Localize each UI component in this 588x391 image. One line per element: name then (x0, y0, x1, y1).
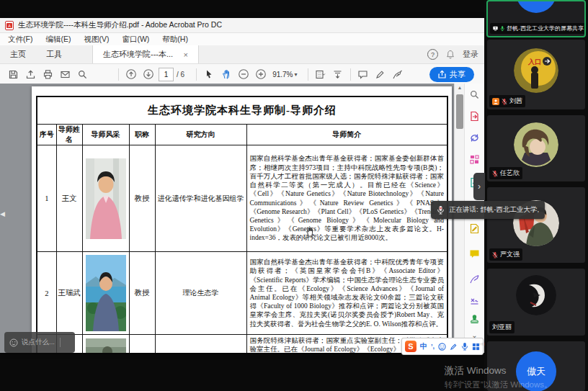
save-button[interactable] (4, 66, 22, 82)
export-pdf-tool[interactable] (468, 109, 481, 122)
next-page-button[interactable] (140, 66, 157, 82)
email-button[interactable] (56, 66, 74, 82)
envelope-icon (60, 69, 71, 80)
cell-rank: 教授 (129, 252, 155, 335)
login-button[interactable]: 登录 (463, 49, 478, 60)
participant-tile[interactable]: 严文强 (487, 187, 585, 263)
page-number-input[interactable]: 1 (159, 68, 174, 81)
ime-punctuation-toggle[interactable]: ’, (431, 343, 435, 350)
create-pdf-tool[interactable] (468, 131, 481, 144)
table-row: 1 王文 (37, 145, 447, 252)
participant-label: 刘茜 (489, 95, 525, 107)
ime-language-toggle[interactable]: 中 (420, 341, 427, 351)
table-title: 生态环境学院本科生导师制-导师介绍 (37, 96, 447, 125)
emoji-icon[interactable] (9, 338, 18, 347)
scrollbar-thumb[interactable] (456, 94, 463, 129)
tab-home[interactable]: 主页 (0, 45, 36, 63)
draw-tool[interactable] (468, 272, 481, 285)
ime-handwriting-button[interactable] (450, 343, 458, 351)
chat-quick-input[interactable]: 说点什么... (4, 332, 75, 353)
previous-page-button[interactable] (122, 66, 140, 82)
menu-edit[interactable]: 编辑(E) (39, 35, 77, 45)
scrolling-mode-button[interactable] (329, 66, 347, 82)
participant-label: 舒帆-西北工业大学的屏幕共享 (490, 23, 586, 34)
toolbar-separator (196, 68, 197, 81)
avatar (514, 122, 558, 167)
export-pdf-icon (469, 111, 480, 122)
zoom-out-button[interactable] (235, 66, 252, 82)
scrolling-mode-icon (332, 69, 343, 80)
ime-emoji-button[interactable] (438, 343, 446, 351)
nav-pane-collapse-icon[interactable]: ◀ (0, 210, 5, 217)
help-icon[interactable]: ? (427, 49, 438, 60)
fountain-pen-icon (392, 69, 404, 80)
menu-view[interactable]: 视图(V) (77, 35, 115, 45)
comment-tool[interactable] (468, 248, 481, 261)
zoom-level-select[interactable]: 91.7% (272, 71, 293, 78)
tab-document[interactable]: 生态环境学院---本... × (92, 45, 199, 63)
page-total-label: / 6 (177, 71, 184, 78)
stamp-tool[interactable] (468, 313, 481, 325)
participant-tile[interactable]: 任艺欣 (487, 115, 585, 181)
zoom-in-button[interactable] (252, 66, 270, 82)
cell-photo (82, 335, 129, 354)
fill-sign-tool[interactable] (468, 222, 481, 235)
scroll-up-icon[interactable]: ▲ (455, 85, 465, 90)
host-badge-icon (492, 98, 499, 105)
page-display-icon (315, 69, 326, 80)
svg-text:入口: 入口 (527, 58, 541, 66)
participant-tile[interactable]: 刘亚丽 (487, 269, 585, 336)
mentor-table: 生态环境学院本科生导师制-导师介绍 序号 导师姓名 导师风采 职称 研究方向 导… (36, 96, 448, 353)
sogou-logo-icon[interactable]: S (405, 341, 416, 352)
select-tool-button[interactable] (200, 66, 218, 82)
search-tool-button[interactable] (468, 88, 481, 101)
bell-icon[interactable] (446, 50, 455, 59)
page-display-button[interactable] (312, 66, 329, 82)
sign-tool-button[interactable] (389, 66, 406, 82)
cell-no: 2 (37, 252, 56, 335)
share-icon (438, 70, 446, 78)
pencil-tool-button[interactable] (372, 66, 389, 82)
ime-collapse-arrow-icon[interactable]: ⇥ (478, 340, 484, 348)
toolbar-separator (350, 68, 351, 81)
speaking-toast: 正在讲话: 舒帆-西北工业大学, (431, 201, 545, 219)
tab-tools[interactable]: 工具 (36, 45, 72, 63)
speaking-toast-text: 正在讲话: 舒帆-西北工业大学, (449, 205, 539, 215)
print-button[interactable] (39, 66, 56, 82)
upload-share-button[interactable] (22, 66, 39, 82)
menu-help[interactable]: 帮助(H) (156, 35, 195, 45)
share-button[interactable]: 共享 (429, 67, 474, 82)
page-down-icon (143, 68, 154, 80)
mentor-photo (86, 338, 126, 353)
participant-tile-sharing[interactable]: 舒帆 舒帆-西北工业大学的屏幕共享 (486, 0, 586, 37)
page-up-icon (125, 68, 137, 80)
find-button[interactable] (74, 66, 91, 82)
hand-tool-button[interactable] (218, 66, 235, 82)
edit-pdf-tool[interactable] (468, 153, 481, 166)
request-signature-tool[interactable] (468, 294, 481, 307)
ime-toolbar: S 中 ’, (401, 338, 484, 355)
cell-rank (129, 335, 155, 354)
participants-panel: 舒帆 舒帆-西北工业大学的屏幕共享 入口 (484, 0, 588, 391)
search-icon (77, 69, 88, 80)
video-panel-collapse-handle[interactable]: › (473, 173, 485, 200)
header-rank: 职称 (129, 125, 155, 145)
mic-muted-icon (492, 170, 498, 177)
comment-tool-button[interactable] (355, 66, 372, 82)
participant-tile[interactable]: 入口 刘茜 (487, 40, 585, 109)
participant-name: 严文强 (500, 250, 520, 259)
window-title: 生态环境学院----本科生导师介绍.pdf - Adobe Acrobat Pr… (18, 20, 222, 30)
printer-icon (43, 69, 53, 80)
pdf-page[interactable]: 生态环境学院本科生导师制-导师介绍 序号 导师姓名 导师风采 职称 研究方向 导… (32, 86, 452, 353)
tab-close-icon[interactable]: × (184, 50, 188, 59)
save-icon (8, 69, 19, 80)
zoom-caret-icon[interactable]: ▾ (294, 71, 297, 78)
pencil-icon (375, 69, 386, 80)
ime-voice-button[interactable] (461, 342, 468, 351)
menu-file[interactable]: 文件(F) (1, 35, 39, 45)
chat-input-placeholder[interactable]: 说点什么... (22, 338, 55, 347)
mentor-photo (86, 255, 126, 331)
hand-icon (221, 69, 232, 80)
menu-window[interactable]: 窗口(W) (115, 35, 156, 45)
participant-tile[interactable]: 傲天 (487, 341, 585, 391)
